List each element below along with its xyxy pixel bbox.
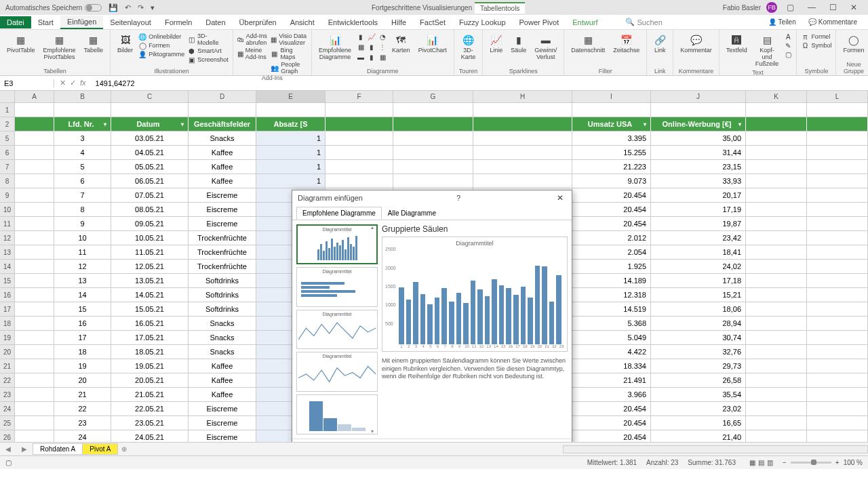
row-header[interactable]: 14 — [0, 260, 15, 274]
cell[interactable]: 16,65 — [651, 416, 746, 430]
cell[interactable]: 22.05.21 — [111, 402, 189, 416]
cell[interactable]: 29,73 — [651, 359, 746, 373]
cell[interactable]: Kaffee — [189, 160, 256, 174]
view-pagebreak-icon[interactable]: ▥ — [767, 459, 773, 466]
add-sheet-icon[interactable]: ⊕ — [117, 445, 131, 453]
cell[interactable]: 26,58 — [651, 373, 746, 388]
rec-charts-button[interactable]: 📊Empfohlene Diagramme — [316, 33, 354, 62]
cell[interactable]: Snacks — [189, 131, 256, 146]
comments-button[interactable]: 💬Kommentare — [804, 17, 861, 27]
cell[interactable]: 23,02 — [651, 402, 746, 416]
combo-chart-button[interactable]: ▮ — [368, 53, 376, 61]
tab-fuzzy[interactable]: Fuzzy Lookup — [452, 16, 512, 28]
cell[interactable]: 33,93 — [651, 174, 746, 188]
sparkline-wl-button[interactable]: ▬Gewinn/ Verlust — [532, 33, 559, 62]
cell[interactable]: 5.049 — [572, 331, 651, 345]
sparkline-col-button[interactable]: ▮Säule — [508, 33, 529, 56]
cell[interactable]: 23,15 — [651, 160, 746, 174]
headerfooter-button[interactable]: ▤Kopf- und Fußzeile — [753, 33, 782, 69]
cell[interactable]: 20.454 — [572, 416, 651, 430]
row-header[interactable]: 2 — [0, 117, 15, 131]
cell[interactable]: 14.519 — [572, 302, 651, 317]
cell[interactable]: Trockenfrüchte — [189, 245, 256, 260]
cell[interactable]: 23.05.21 — [111, 416, 189, 430]
row-header[interactable]: 17 — [0, 302, 15, 317]
cell[interactable]: 20.454 — [572, 188, 651, 203]
row-header[interactable]: 19 — [0, 331, 15, 345]
close-icon[interactable]: ✕ — [846, 3, 861, 12]
cell[interactable]: Snacks — [189, 345, 256, 359]
row-header[interactable]: 25 — [0, 416, 15, 430]
save-icon[interactable]: 💾 — [108, 3, 118, 12]
cell[interactable]: 04.05.21 — [111, 146, 189, 160]
cell[interactable]: 10.05.21 — [111, 231, 189, 245]
maximize-icon[interactable]: ☐ — [825, 3, 841, 12]
cell[interactable]: 24,02 — [651, 260, 746, 274]
cell[interactable]: Trockenfrüchte — [189, 231, 256, 245]
sheet-nav-next-icon[interactable]: ▶ — [16, 445, 33, 453]
row-header[interactable]: 1 — [0, 103, 15, 117]
cell[interactable]: 20.454 — [572, 430, 651, 442]
record-macro-icon[interactable]: ▢ — [5, 459, 12, 466]
visio-button[interactable]: ▦Visio Data Visualizer — [271, 33, 307, 46]
row-header[interactable]: 10 — [0, 203, 15, 217]
redo-icon[interactable]: ↷ — [138, 3, 144, 12]
pictures-button[interactable]: 🖼Bilder — [115, 33, 136, 56]
shapes-button[interactable]: ◯Formen — [138, 41, 184, 49]
ribbon-options-icon[interactable]: ▢ — [783, 3, 798, 12]
get-addins-button[interactable]: 🛍Add-Ins abrufen — [237, 33, 269, 46]
pivotchart-button[interactable]: 📊PivotChart — [416, 33, 450, 56]
cell[interactable]: 3.395 — [572, 131, 651, 146]
cell[interactable]: 17,18 — [651, 274, 746, 288]
dialog-tab-recommended[interactable]: Empfohlene Diagramme — [296, 207, 382, 220]
name-box[interactable]: E3 — [0, 79, 54, 87]
row-header[interactable]: 7 — [0, 160, 15, 174]
cell[interactable]: 16 — [54, 317, 111, 331]
tab-review[interactable]: Überprüfen — [233, 16, 283, 28]
rec-pivot-button[interactable]: ▦Empfohlene PivotTables — [41, 33, 79, 62]
smartart-button[interactable]: ⬢SmartArt — [187, 47, 229, 55]
user-name[interactable]: Fabio Basler — [723, 4, 761, 12]
cell[interactable]: 15.255 — [572, 146, 651, 160]
cell[interactable]: 2.012 — [572, 231, 651, 245]
thumb-line[interactable]: Diagrammtitel — [296, 310, 378, 350]
cell[interactable]: 07.05.21 — [111, 188, 189, 203]
col-header[interactable]: F — [326, 91, 393, 102]
cell[interactable]: 3 — [54, 131, 111, 146]
sheet-tab[interactable]: Rohdaten A — [33, 443, 83, 455]
thumb-clustered-bar[interactable]: Diagrammtitel — [296, 267, 378, 307]
cell[interactable]: 21,40 — [651, 430, 746, 442]
col-header[interactable]: A — [15, 91, 54, 102]
cell[interactable]: 09.05.21 — [111, 217, 189, 231]
zoom-out-icon[interactable]: − — [783, 459, 787, 466]
toggle-switch[interactable] — [85, 4, 102, 12]
thumb-scroll-up-icon[interactable]: ▴ — [371, 224, 378, 230]
row-header[interactable]: 26 — [0, 430, 15, 442]
cell[interactable] — [326, 146, 393, 160]
tab-formulas[interactable]: Formeln — [158, 16, 199, 28]
cell[interactable] — [326, 160, 393, 174]
cell[interactable]: 20,17 — [651, 188, 746, 203]
screenshot-button[interactable]: ▣Screenshot — [187, 56, 229, 64]
cell[interactable] — [393, 131, 473, 146]
cell[interactable]: 20.05.21 — [111, 373, 189, 388]
zoom-slider[interactable] — [791, 462, 831, 464]
enter-formula-icon[interactable]: ✓ — [70, 79, 76, 87]
tab-start[interactable]: Start — [31, 16, 60, 28]
formula-input[interactable]: 1491,64272 — [92, 79, 139, 87]
cell[interactable]: 31,44 — [651, 146, 746, 160]
cell[interactable]: 20 — [54, 373, 111, 388]
cell[interactable]: 15.05.21 — [111, 302, 189, 317]
cell[interactable]: 18,41 — [651, 245, 746, 260]
row-header[interactable]: 18 — [0, 317, 15, 331]
cell[interactable]: 21.223 — [572, 160, 651, 174]
cell[interactable]: 20.454 — [572, 402, 651, 416]
cell[interactable]: 32,76 — [651, 345, 746, 359]
table-header[interactable]: Absatz [S — [256, 117, 326, 131]
pictograms-button[interactable]: 👤Piktogramme — [138, 50, 184, 58]
tab-view[interactable]: Ansicht — [283, 16, 321, 28]
cell[interactable]: Eiscreme — [189, 430, 256, 442]
cell[interactable] — [326, 174, 393, 188]
chart-preview-area[interactable]: Diagrammtitel 2500 2000 1500 1000 500 12… — [382, 237, 568, 352]
table-header[interactable]: Online-Werbung [€]▾ — [651, 117, 746, 131]
